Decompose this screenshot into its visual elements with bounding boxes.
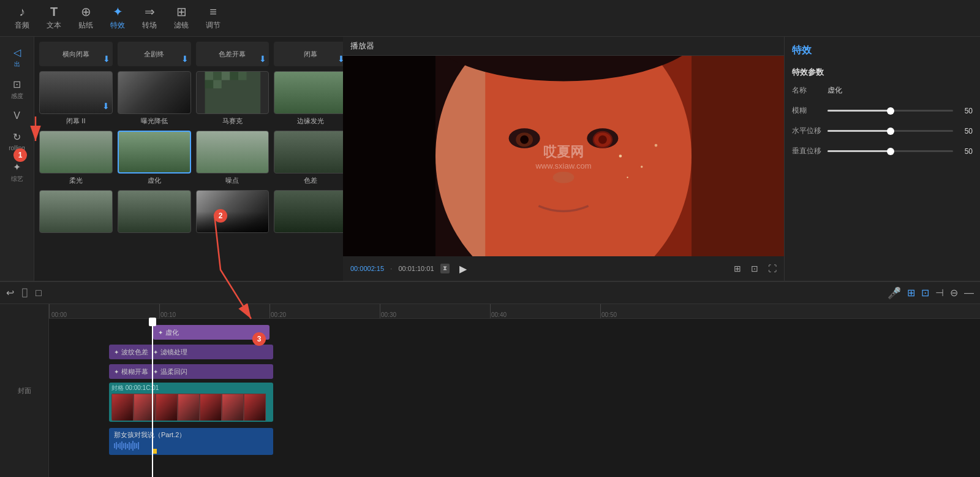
toolbar-filter[interactable]: ⊞ 滤镜: [165, 3, 197, 33]
waveform: [114, 441, 268, 451]
snapshot-icon[interactable]: ⊞: [734, 264, 741, 273]
svg-rect-6: [205, 80, 213, 89]
effect-label-chroma: 色差: [304, 176, 317, 185]
player-panel: 播放器: [343, 37, 784, 281]
clip-effects-3[interactable]: ✦ 模糊开幕 ✦ 温柔回闪: [109, 364, 273, 379]
toolbar-effects[interactable]: ✦ 特效: [102, 3, 134, 33]
ruler-20: 00:20: [270, 311, 286, 318]
filter-icon: ⊞: [176, 6, 187, 18]
effect-label-softlight: 柔光: [69, 176, 83, 185]
vshift-slider-container: 50: [827, 147, 973, 156]
clip-video[interactable]: 封格 00:00:1C:01: [109, 383, 273, 422]
ruler-line-1: [159, 304, 160, 318]
zoom-out-icon[interactable]: ⊖: [950, 287, 958, 299]
filmstrip: [111, 394, 271, 421]
param-name-row: 名称 虚化: [792, 85, 973, 96]
player-title: 播放器: [343, 37, 784, 56]
svg-rect-2: [213, 72, 222, 80]
vshift-slider[interactable]: [827, 150, 953, 152]
loop-icon[interactable]: ⊡: [751, 264, 758, 273]
playhead[interactable]: [152, 319, 153, 477]
sidebar-btn-sensitivity[interactable]: ⊡ 感度: [4, 75, 31, 104]
ruler-40: 00:40: [490, 311, 507, 318]
toolbar-transition[interactable]: ⇒ 转场: [134, 3, 165, 33]
right-panel-title: 特效: [792, 44, 973, 57]
track-video: 封格 00:00:1C:01: [49, 383, 980, 425]
timeline-left: 封面: [0, 304, 49, 477]
sidebar-btn-out[interactable]: ◁ 出: [4, 43, 31, 72]
download-icon-2: ⬇: [181, 54, 189, 64]
name-value: 虚化: [827, 85, 842, 96]
ruler-line-2: [270, 304, 270, 318]
sidebar-rolling-icon: ↻: [13, 131, 21, 143]
effect-chroma[interactable]: 色差: [274, 131, 347, 185]
clip-label-3b: 温柔回闪: [160, 367, 187, 376]
align-icon[interactable]: ⊣: [935, 287, 944, 299]
clip-effects-2[interactable]: ✦ 波纹色差 ✦ 滤镜处理: [109, 345, 273, 359]
video-frame: [343, 56, 784, 256]
effect-mosaic[interactable]: 马赛克: [196, 71, 270, 126]
text-icon: T: [50, 6, 58, 18]
track-add-icon[interactable]: ⊞: [907, 287, 915, 299]
svg-point-19: [641, 166, 643, 167]
toolbar-sticker[interactable]: ⊕ 贴纸: [70, 3, 102, 33]
zoom-minus-icon[interactable]: —: [964, 288, 974, 299]
split-button[interactable]: ⌷: [21, 286, 28, 299]
clip-audio[interactable]: 那女孩对我说（Part.2）: [109, 428, 273, 455]
effect-r3c1[interactable]: [39, 190, 113, 235]
frame-3: [156, 394, 178, 421]
param-blur-row: 模糊 50: [792, 105, 973, 116]
effect-edgeglow[interactable]: 边缘发光: [274, 71, 347, 126]
svg-point-15: [520, 135, 529, 144]
track-effects-2: ✦ 波纹色差 ✦ 滤镜处理: [49, 343, 980, 361]
svg-point-22: [553, 172, 575, 183]
toolbar-text[interactable]: T 文本: [38, 3, 70, 33]
sidebar-btn-v[interactable]: V: [4, 107, 31, 125]
hshift-slider[interactable]: [827, 130, 953, 132]
play-button[interactable]: ▶: [456, 261, 470, 276]
clip-icon-2b: ✦: [153, 349, 158, 356]
time-icon: ⧗: [440, 264, 450, 273]
vshift-thumb[interactable]: [887, 148, 894, 155]
tracks-container: ✦ 虚化 ✦ 波纹色差 ✦ 滤镜处理 ✦: [49, 319, 980, 466]
undo-button[interactable]: ↩: [6, 287, 14, 299]
effect-exposure[interactable]: 曝光降低: [118, 71, 191, 126]
effect-r3c3[interactable]: [196, 190, 270, 235]
effect-r3c4[interactable]: [274, 190, 347, 235]
toolbar-audio[interactable]: ♪ 音频: [6, 3, 38, 33]
effect-label-noise: 噪点: [225, 176, 239, 185]
track-audio: 那女孩对我说（Part.2）: [49, 428, 980, 459]
param-hshift-row: 水平位移 50: [792, 126, 973, 136]
clip-icon-3a: ✦: [114, 368, 119, 375]
svg-point-17: [593, 131, 613, 148]
frame-4: [178, 394, 200, 421]
timeline-toolbar: ↩ ⌷ □ 🎤 ⊞ ⊡ ⊣ ⊖ —: [0, 282, 980, 304]
effect-r3c2[interactable]: [118, 190, 191, 235]
hshift-thumb[interactable]: [887, 128, 894, 135]
fullscreen-icon[interactable]: ⛶: [768, 264, 777, 273]
ruler-10: 00:10: [159, 311, 176, 318]
download-icon-3: ⬇: [259, 54, 266, 64]
effect-softlight[interactable]: 柔光: [39, 131, 113, 185]
step-badge-2: 2: [214, 209, 227, 223]
effect-noise[interactable]: 噪点: [196, 131, 270, 185]
track-blur-effect: ✦ 虚化: [49, 324, 980, 341]
delete-button[interactable]: □: [36, 288, 42, 299]
clip-label-2a: 波纹色差: [121, 348, 148, 357]
mic-icon[interactable]: 🎤: [888, 286, 901, 300]
download-icon-1: ⬇: [103, 54, 110, 64]
toolbar-adjust[interactable]: ≡ 调节: [197, 3, 229, 33]
hshift-value: 50: [958, 127, 973, 135]
vshift-fill: [827, 150, 891, 152]
top-toolbar: ♪ 音频 T 文本 ⊕ 贴纸 ✦ 特效 ⇒ 转场 ⊞ 滤镜 ≡ 调节: [0, 0, 980, 37]
svg-point-20: [627, 177, 628, 178]
timeline-content: 封面 00:00 00:10 00:20 00:30 00:40 00:50: [0, 304, 980, 477]
effect-blur[interactable]: 虚化: [118, 131, 191, 185]
split-track-icon[interactable]: ⊡: [921, 287, 929, 299]
sidebar-btn-variety[interactable]: ✦ 综艺: [4, 158, 31, 187]
effect-dimout2[interactable]: ⬇ 闭幕 II: [39, 71, 113, 126]
clip-label-2b: 滤镜处理: [160, 348, 187, 357]
label-全剧终: 全剧终: [144, 50, 164, 59]
blur-slider[interactable]: [827, 110, 953, 112]
blur-thumb[interactable]: [887, 107, 894, 115]
